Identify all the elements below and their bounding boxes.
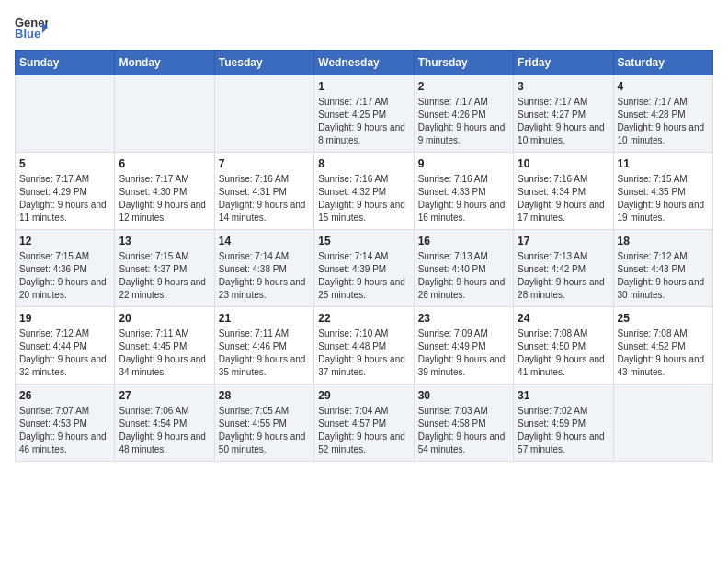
day-info: Sunrise: 7:11 AM Sunset: 4:45 PM Dayligh… [119, 327, 210, 379]
calendar-cell: 11Sunrise: 7:15 AM Sunset: 4:35 PM Dayli… [613, 153, 712, 230]
day-info: Sunrise: 7:09 AM Sunset: 4:49 PM Dayligh… [418, 327, 509, 379]
day-info: Sunrise: 7:13 AM Sunset: 4:42 PM Dayligh… [518, 250, 609, 302]
weekday-header: Friday [514, 51, 613, 75]
day-info: Sunrise: 7:15 AM Sunset: 4:36 PM Dayligh… [19, 250, 110, 302]
day-info: Sunrise: 7:13 AM Sunset: 4:40 PM Dayligh… [418, 250, 509, 302]
calendar-cell: 14Sunrise: 7:14 AM Sunset: 4:38 PM Dayli… [214, 230, 313, 307]
calendar-cell: 24Sunrise: 7:08 AM Sunset: 4:50 PM Dayli… [514, 307, 613, 385]
calendar-cell: 3Sunrise: 7:17 AM Sunset: 4:27 PM Daylig… [514, 75, 613, 153]
day-number: 15 [318, 235, 409, 247]
calendar-cell: 22Sunrise: 7:10 AM Sunset: 4:48 PM Dayli… [314, 307, 414, 385]
day-info: Sunrise: 7:12 AM Sunset: 4:43 PM Dayligh… [618, 250, 709, 302]
logo: General Blue [15, 15, 48, 40]
calendar-cell: 18Sunrise: 7:12 AM Sunset: 4:43 PM Dayli… [613, 230, 712, 307]
day-info: Sunrise: 7:08 AM Sunset: 4:52 PM Dayligh… [618, 327, 709, 379]
day-number: 2 [418, 80, 509, 93]
day-info: Sunrise: 7:14 AM Sunset: 4:39 PM Dayligh… [318, 250, 409, 302]
day-info: Sunrise: 7:02 AM Sunset: 4:59 PM Dayligh… [518, 405, 609, 456]
day-info: Sunrise: 7:11 AM Sunset: 4:46 PM Dayligh… [219, 327, 310, 379]
day-number: 1 [318, 80, 409, 93]
day-number: 31 [518, 389, 609, 402]
day-number: 7 [219, 157, 310, 170]
calendar-cell: 26Sunrise: 7:07 AM Sunset: 4:53 PM Dayli… [16, 385, 115, 462]
weekday-header: Monday [115, 51, 214, 75]
calendar-cell: 16Sunrise: 7:13 AM Sunset: 4:40 PM Dayli… [414, 230, 513, 307]
calendar-cell: 27Sunrise: 7:06 AM Sunset: 4:54 PM Dayli… [115, 385, 214, 462]
page-header: General Blue [15, 15, 713, 40]
day-number: 6 [119, 157, 210, 170]
day-number: 25 [618, 312, 709, 325]
calendar-cell: 21Sunrise: 7:11 AM Sunset: 4:46 PM Dayli… [214, 307, 313, 385]
calendar-cell: 17Sunrise: 7:13 AM Sunset: 4:42 PM Dayli… [514, 230, 613, 307]
calendar-cell: 10Sunrise: 7:16 AM Sunset: 4:34 PM Dayli… [514, 153, 613, 230]
calendar-cell [16, 75, 115, 153]
calendar-cell: 23Sunrise: 7:09 AM Sunset: 4:49 PM Dayli… [414, 307, 513, 385]
day-number: 17 [518, 235, 609, 247]
day-info: Sunrise: 7:15 AM Sunset: 4:35 PM Dayligh… [618, 173, 709, 224]
day-info: Sunrise: 7:17 AM Sunset: 4:29 PM Dayligh… [19, 173, 110, 224]
day-number: 3 [518, 80, 609, 93]
day-info: Sunrise: 7:03 AM Sunset: 4:58 PM Dayligh… [418, 405, 509, 456]
svg-text:Blue: Blue [15, 27, 40, 40]
calendar-week-row: 26Sunrise: 7:07 AM Sunset: 4:53 PM Dayli… [16, 385, 713, 462]
calendar-cell: 5Sunrise: 7:17 AM Sunset: 4:29 PM Daylig… [16, 153, 115, 230]
day-info: Sunrise: 7:16 AM Sunset: 4:32 PM Dayligh… [318, 173, 409, 224]
day-number: 10 [518, 157, 609, 170]
calendar-cell: 30Sunrise: 7:03 AM Sunset: 4:58 PM Dayli… [414, 385, 513, 462]
calendar-header-row: SundayMondayTuesdayWednesdayThursdayFrid… [16, 51, 713, 75]
weekday-header: Thursday [414, 51, 513, 75]
day-number: 19 [19, 312, 110, 325]
day-info: Sunrise: 7:16 AM Sunset: 4:33 PM Dayligh… [418, 173, 509, 224]
calendar-cell: 12Sunrise: 7:15 AM Sunset: 4:36 PM Dayli… [16, 230, 115, 307]
calendar-week-row: 5Sunrise: 7:17 AM Sunset: 4:29 PM Daylig… [16, 153, 713, 230]
day-number: 9 [418, 157, 509, 170]
day-info: Sunrise: 7:17 AM Sunset: 4:28 PM Dayligh… [618, 96, 709, 147]
calendar-cell: 31Sunrise: 7:02 AM Sunset: 4:59 PM Dayli… [514, 385, 613, 462]
calendar-week-row: 1Sunrise: 7:17 AM Sunset: 4:25 PM Daylig… [16, 75, 713, 153]
calendar-cell: 8Sunrise: 7:16 AM Sunset: 4:32 PM Daylig… [314, 153, 414, 230]
calendar-week-row: 12Sunrise: 7:15 AM Sunset: 4:36 PM Dayli… [16, 230, 713, 307]
logo-icon: General Blue [15, 15, 48, 40]
calendar-table: SundayMondayTuesdayWednesdayThursdayFrid… [15, 50, 713, 462]
day-number: 8 [318, 157, 409, 170]
calendar-cell: 1Sunrise: 7:17 AM Sunset: 4:25 PM Daylig… [314, 75, 414, 153]
day-number: 5 [19, 157, 110, 170]
day-number: 29 [318, 389, 409, 402]
day-info: Sunrise: 7:06 AM Sunset: 4:54 PM Dayligh… [119, 405, 210, 456]
calendar-cell: 25Sunrise: 7:08 AM Sunset: 4:52 PM Dayli… [613, 307, 712, 385]
day-number: 21 [219, 312, 310, 325]
calendar-cell [115, 75, 214, 153]
calendar-cell: 20Sunrise: 7:11 AM Sunset: 4:45 PM Dayli… [115, 307, 214, 385]
day-number: 28 [219, 389, 310, 402]
day-info: Sunrise: 7:05 AM Sunset: 4:55 PM Dayligh… [219, 405, 310, 456]
calendar-cell: 15Sunrise: 7:14 AM Sunset: 4:39 PM Dayli… [314, 230, 414, 307]
day-number: 18 [618, 235, 709, 247]
day-number: 4 [618, 80, 709, 93]
calendar-cell: 19Sunrise: 7:12 AM Sunset: 4:44 PM Dayli… [16, 307, 115, 385]
day-info: Sunrise: 7:07 AM Sunset: 4:53 PM Dayligh… [19, 405, 110, 456]
weekday-header: Sunday [16, 51, 115, 75]
day-info: Sunrise: 7:17 AM Sunset: 4:30 PM Dayligh… [119, 173, 210, 224]
weekday-header: Saturday [613, 51, 712, 75]
day-number: 24 [518, 312, 609, 325]
day-number: 12 [19, 235, 110, 247]
day-info: Sunrise: 7:10 AM Sunset: 4:48 PM Dayligh… [318, 327, 409, 379]
calendar-cell: 2Sunrise: 7:17 AM Sunset: 4:26 PM Daylig… [414, 75, 513, 153]
day-number: 26 [19, 389, 110, 402]
weekday-header: Tuesday [214, 51, 313, 75]
day-number: 27 [119, 389, 210, 402]
calendar-week-row: 19Sunrise: 7:12 AM Sunset: 4:44 PM Dayli… [16, 307, 713, 385]
day-info: Sunrise: 7:17 AM Sunset: 4:25 PM Dayligh… [318, 96, 409, 147]
calendar-cell: 13Sunrise: 7:15 AM Sunset: 4:37 PM Dayli… [115, 230, 214, 307]
calendar-cell: 7Sunrise: 7:16 AM Sunset: 4:31 PM Daylig… [214, 153, 313, 230]
calendar-cell: 29Sunrise: 7:04 AM Sunset: 4:57 PM Dayli… [314, 385, 414, 462]
day-number: 16 [418, 235, 509, 247]
day-info: Sunrise: 7:17 AM Sunset: 4:26 PM Dayligh… [418, 96, 509, 147]
calendar-cell: 4Sunrise: 7:17 AM Sunset: 4:28 PM Daylig… [613, 75, 712, 153]
weekday-header: Wednesday [314, 51, 414, 75]
day-number: 20 [119, 312, 210, 325]
day-info: Sunrise: 7:15 AM Sunset: 4:37 PM Dayligh… [119, 250, 210, 302]
calendar-cell [214, 75, 313, 153]
day-info: Sunrise: 7:16 AM Sunset: 4:34 PM Dayligh… [518, 173, 609, 224]
calendar-cell [613, 385, 712, 462]
